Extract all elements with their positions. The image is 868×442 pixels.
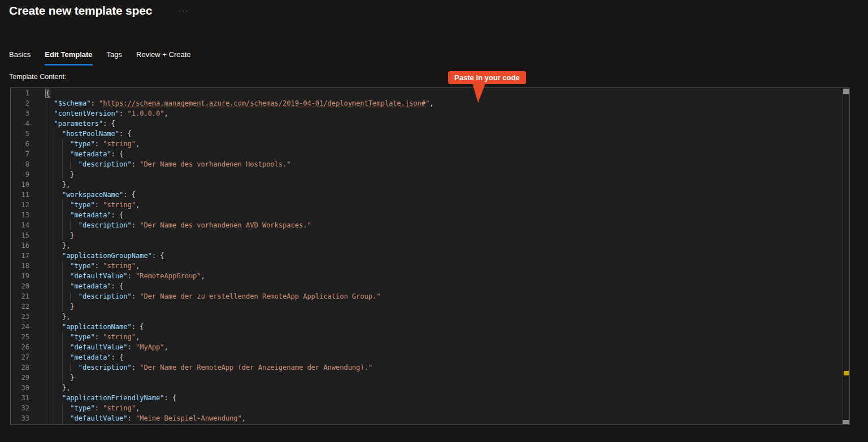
code-line-20[interactable]: 20 "metadata": {: [11, 281, 849, 291]
code-line-27[interactable]: 27 "metadata": {: [11, 352, 849, 362]
code-line-21[interactable]: 21 "description": "Der Name der zu erste…: [11, 291, 849, 301]
code-text: "parameters": {: [46, 119, 115, 129]
code-text: },: [46, 240, 70, 251]
code-text: "defaultValue": "MyApp",: [46, 342, 168, 352]
line-number: 17: [11, 251, 29, 261]
line-number: 24: [11, 322, 29, 332]
line-number: 16: [11, 240, 29, 251]
code-line-29[interactable]: 29 }: [11, 373, 849, 383]
code-text: "applicationName": {: [46, 322, 144, 332]
code-line-22[interactable]: 22 }: [11, 301, 849, 312]
code-text: "type": "string",: [46, 403, 140, 413]
code-text: },: [46, 312, 70, 322]
code-line-18[interactable]: 18 "type": "string",: [11, 261, 849, 271]
line-number: 7: [11, 149, 29, 159]
line-number: 6: [11, 139, 29, 149]
line-number: 19: [11, 271, 29, 281]
line-number: 34: [11, 423, 29, 425]
code-line-13[interactable]: 13 "metadata": {: [11, 210, 849, 220]
code-line-6[interactable]: 6 "type": "string",: [11, 139, 849, 149]
code-line-2[interactable]: 2 "$schema": "https://schema.management.…: [11, 98, 849, 108]
code-line-31[interactable]: 31 "applicationFriendlyName": {: [11, 393, 849, 403]
code-text: "metadata": {: [46, 423, 123, 425]
code-text: "hostPoolName": {: [46, 129, 132, 139]
code-text: "applicationGroupName": {: [46, 251, 164, 261]
code-line-14[interactable]: 14 "description": "Der Name des vorhande…: [11, 220, 849, 230]
code-line-3[interactable]: 3 "contentVersion": "1.0.0.0",: [11, 108, 849, 119]
tab-review-create[interactable]: Review + Create: [136, 50, 190, 65]
code-text: "metadata": {: [46, 281, 123, 291]
line-number: 2: [11, 98, 29, 108]
code-text: }: [46, 301, 75, 312]
line-number: 10: [11, 180, 29, 190]
code-line-25[interactable]: 25 "type": "string",: [11, 332, 849, 342]
paste-code-callout: Paste in your code: [448, 71, 526, 84]
template-editor[interactable]: 1{2 "$schema": "https://schema.managemen…: [10, 87, 850, 425]
code-line-26[interactable]: 26 "defaultValue": "MyApp",: [11, 342, 849, 352]
code-text: "type": "string",: [46, 139, 140, 149]
line-number: 3: [11, 108, 29, 119]
code-line-32[interactable]: 32 "type": "string",: [11, 403, 849, 413]
code-text: {: [46, 88, 50, 98]
code-text: "description": "Der Name des vorhandenen…: [46, 159, 290, 169]
code-text: }: [46, 230, 75, 240]
code-text: "contentVersion": "1.0.0.0",: [46, 108, 168, 119]
code-text: "type": "string",: [46, 261, 140, 271]
code-line-33[interactable]: 33 "defaultValue": "Meine Beispiel-Anwen…: [11, 413, 849, 423]
code-line-7[interactable]: 7 "metadata": {: [11, 149, 849, 159]
template-content-label: Template Content:: [9, 73, 66, 81]
code-line-23[interactable]: 23 },: [11, 312, 849, 322]
line-number: 25: [11, 332, 29, 342]
line-number: 21: [11, 291, 29, 301]
code-line-4[interactable]: 4 "parameters": {: [11, 119, 849, 129]
code-line-5[interactable]: 5 "hostPoolName": {: [11, 129, 849, 139]
code-line-16[interactable]: 16 },: [11, 240, 849, 251]
line-number: 11: [11, 190, 29, 200]
code-line-1[interactable]: 1{: [11, 88, 849, 98]
code-text: }: [46, 169, 75, 180]
code-text: "description": "Der Name des vorhandenen…: [46, 220, 311, 230]
code-line-28[interactable]: 28 "description": "Der Name der RemoteAp…: [11, 362, 849, 373]
code-line-9[interactable]: 9 }: [11, 169, 849, 180]
line-number: 15: [11, 230, 29, 240]
line-number: 26: [11, 342, 29, 352]
tab-tags[interactable]: Tags: [107, 50, 122, 65]
page-title: Create new template spec: [9, 4, 152, 17]
code-line-12[interactable]: 12 "type": "string",: [11, 200, 849, 210]
code-line-10[interactable]: 10 },: [11, 180, 849, 190]
line-number: 8: [11, 159, 29, 169]
line-number: 18: [11, 261, 29, 271]
code-text: "metadata": {: [46, 149, 123, 159]
line-number: 13: [11, 210, 29, 220]
line-number: 27: [11, 352, 29, 362]
code-text: },: [46, 180, 70, 190]
line-number: 23: [11, 312, 29, 322]
line-number: 28: [11, 362, 29, 373]
code-line-34[interactable]: 34 "metadata": {: [11, 423, 849, 425]
line-number: 5: [11, 129, 29, 139]
code-line-17[interactable]: 17 "applicationGroupName": {: [11, 251, 849, 261]
code-line-19[interactable]: 19 "defaultValue": "RemoteAppGroup",: [11, 271, 849, 281]
code-text: "defaultValue": "Meine Beispiel-Anwendun…: [46, 413, 246, 423]
code-line-11[interactable]: 11 "workspaceName": {: [11, 190, 849, 200]
code-text: "defaultValue": "RemoteAppGroup",: [46, 271, 205, 281]
line-number: 31: [11, 393, 29, 403]
line-number: 30: [11, 383, 29, 393]
line-number: 29: [11, 373, 29, 383]
code-text: "description": "Der Name der zu erstelle…: [46, 291, 380, 301]
code-line-8[interactable]: 8 "description": "Der Name des vorhanden…: [11, 159, 849, 169]
more-options-icon[interactable]: ···: [179, 6, 189, 15]
vertical-scrollbar-thumb[interactable]: [843, 89, 849, 94]
code-line-15[interactable]: 15 }: [11, 230, 849, 240]
code-text: "type": "string",: [46, 332, 140, 342]
code-line-24[interactable]: 24 "applicationName": {: [11, 322, 849, 332]
code-text: "$schema": "https://schema.management.az…: [46, 98, 433, 108]
tab-basics[interactable]: Basics: [9, 50, 31, 65]
code-text: }: [46, 373, 75, 383]
code-text: "workspaceName": {: [46, 190, 136, 200]
scrollbar-corner: [843, 420, 849, 424]
code-text: "applicationFriendlyName": {: [46, 393, 176, 403]
tab-edit-template[interactable]: Edit Template: [45, 50, 92, 65]
tab-bar: BasicsEdit TemplateTagsReview + Create: [9, 50, 191, 65]
code-line-30[interactable]: 30 },: [11, 383, 849, 393]
